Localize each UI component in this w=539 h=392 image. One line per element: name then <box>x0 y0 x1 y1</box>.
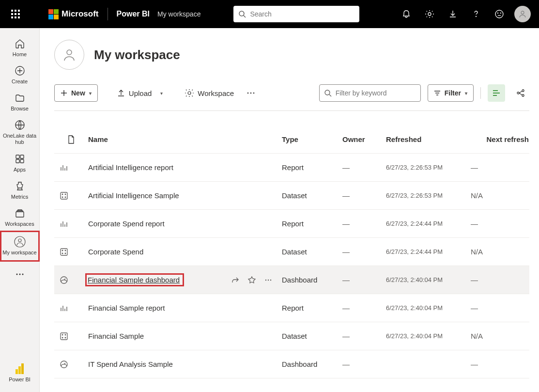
column-type-icon[interactable] <box>54 135 88 144</box>
item-name[interactable]: Corporate Spend report <box>88 220 165 228</box>
table-row[interactable]: Financial Sample report Report — 6/27/23… <box>54 294 529 322</box>
svg-point-17 <box>16 273 17 275</box>
item-name[interactable]: Financial Sample <box>88 332 144 340</box>
nav-metrics[interactable]: Metrics <box>0 176 40 204</box>
column-refreshed[interactable]: Refreshed <box>386 135 471 143</box>
settings-icon[interactable] <box>419 3 440 25</box>
item-name[interactable]: Financial Sample dashboard <box>88 276 180 284</box>
filter-field[interactable] <box>336 89 420 97</box>
svg-point-42 <box>65 253 66 254</box>
nav-home[interactable]: Home <box>0 34 40 61</box>
breadcrumb[interactable]: My workspace <box>157 10 200 18</box>
main-content: My workspace New ▾ Upload ▾ Workspace <box>40 28 539 392</box>
ws-settings-label: Workspace <box>198 89 234 97</box>
dashboard-icon <box>54 276 74 284</box>
item-type: Dataset <box>282 332 342 340</box>
item-refreshed: 6/27/23, 2:40:04 PM <box>386 304 471 312</box>
view-list-button[interactable] <box>488 84 505 102</box>
view-lineage-button[interactable] <box>512 84 529 102</box>
item-name[interactable]: Financial Sample report <box>88 304 165 312</box>
table-row[interactable]: Financial Sample Dataset — 6/27/23, 2:40… <box>54 322 529 350</box>
column-next[interactable]: Next refresh <box>471 135 529 143</box>
item-next-refresh: N/A <box>471 332 529 340</box>
filter-button[interactable]: Filter ▾ <box>428 84 474 102</box>
filter-keyword-input[interactable] <box>319 84 421 102</box>
svg-point-48 <box>62 334 63 335</box>
product-name[interactable]: Power BI <box>117 10 150 18</box>
ellipsis-icon[interactable] <box>264 276 272 284</box>
item-name[interactable]: IT Spend Analysis Sample <box>88 360 173 368</box>
table-row[interactable]: Artificial Intelligence report Report — … <box>54 154 529 182</box>
app-launcher-icon[interactable] <box>6 4 25 24</box>
table-row[interactable]: IT Spend Analysis Sample Dashboard — — <box>54 350 529 378</box>
ellipsis-icon <box>246 89 255 97</box>
upload-button[interactable]: Upload ▾ <box>114 89 166 97</box>
table-row[interactable]: Artificial Intelligence Sample Dataset —… <box>54 182 529 210</box>
left-nav: Home Create Browse OneLake data hub Apps… <box>0 28 40 392</box>
workspace-avatar-icon <box>14 236 26 248</box>
star-icon[interactable] <box>248 276 256 284</box>
table-row[interactable]: Financial Sample dashboard Dashboard — 6… <box>54 266 529 294</box>
column-name[interactable]: Name <box>88 135 282 143</box>
help-icon[interactable] <box>465 3 487 25</box>
svg-point-4 <box>495 10 503 18</box>
table-row[interactable]: Corporate Spend report Report — 6/27/23,… <box>54 210 529 238</box>
item-owner: — <box>342 360 386 368</box>
table-row[interactable]: Corporate Spend Dataset — 6/27/23, 2:24:… <box>54 238 529 266</box>
svg-point-25 <box>247 93 249 94</box>
nav-create[interactable]: Create <box>0 61 40 88</box>
workspace-header: My workspace <box>54 40 529 70</box>
svg-point-41 <box>62 253 63 254</box>
nav-workspaces[interactable]: Workspaces <box>0 204 40 231</box>
item-name[interactable]: Artificial Intelligence Sample <box>88 191 179 200</box>
item-type: Report <box>282 163 342 172</box>
item-owner: — <box>342 332 386 340</box>
svg-rect-11 <box>20 155 24 158</box>
item-refreshed: 6/27/23, 2:26:53 PM <box>386 192 471 199</box>
share-icon[interactable] <box>231 276 239 284</box>
upload-icon <box>117 89 125 97</box>
nav-label: Browse <box>11 106 29 111</box>
nav-more[interactable] <box>0 265 40 284</box>
nav-label: Apps <box>14 167 26 172</box>
item-name[interactable]: Artificial Intelligence report <box>88 163 173 172</box>
svg-point-26 <box>250 93 252 94</box>
svg-point-51 <box>65 337 66 338</box>
item-next-refresh: — <box>471 220 529 228</box>
toolbar-more[interactable] <box>244 89 258 97</box>
column-owner[interactable]: Owner <box>342 135 386 143</box>
nav-powerbi[interactable]: Power BI <box>0 359 40 386</box>
svg-point-3 <box>476 16 477 17</box>
workspace-settings-button[interactable]: Workspace <box>182 89 237 97</box>
svg-rect-10 <box>16 155 19 158</box>
svg-point-27 <box>253 93 255 94</box>
workspaces-icon <box>14 207 26 219</box>
nav-browse[interactable]: Browse <box>0 88 40 115</box>
new-button[interactable]: New ▾ <box>54 84 98 102</box>
search-input[interactable] <box>233 6 359 22</box>
powerbi-icon <box>14 363 26 375</box>
item-name[interactable]: Corporate Spend <box>88 248 143 256</box>
item-type: Dataset <box>282 248 342 256</box>
svg-point-2 <box>428 13 431 16</box>
item-type: Report <box>282 220 342 228</box>
workspace-avatar-icon <box>54 40 84 70</box>
report-icon <box>54 163 74 172</box>
download-icon[interactable] <box>442 3 463 25</box>
search-icon <box>238 10 246 18</box>
search-field[interactable] <box>250 10 354 18</box>
nav-apps[interactable]: Apps <box>0 149 40 176</box>
svg-point-50 <box>62 337 63 338</box>
filter-icon <box>434 90 441 96</box>
page-title: My workspace <box>94 47 180 63</box>
nav-label: My workspace <box>2 250 36 256</box>
home-icon <box>14 38 26 49</box>
item-refreshed: 6/27/23, 2:40:04 PM <box>386 332 471 340</box>
account-avatar[interactable] <box>512 3 533 25</box>
notifications-icon[interactable] <box>396 3 417 25</box>
svg-point-18 <box>19 273 20 275</box>
nav-my-workspace[interactable]: My workspace <box>0 231 40 261</box>
feedback-icon[interactable] <box>489 3 510 25</box>
column-type[interactable]: Type <box>282 135 342 143</box>
nav-onelake[interactable]: OneLake data hub <box>0 115 40 149</box>
